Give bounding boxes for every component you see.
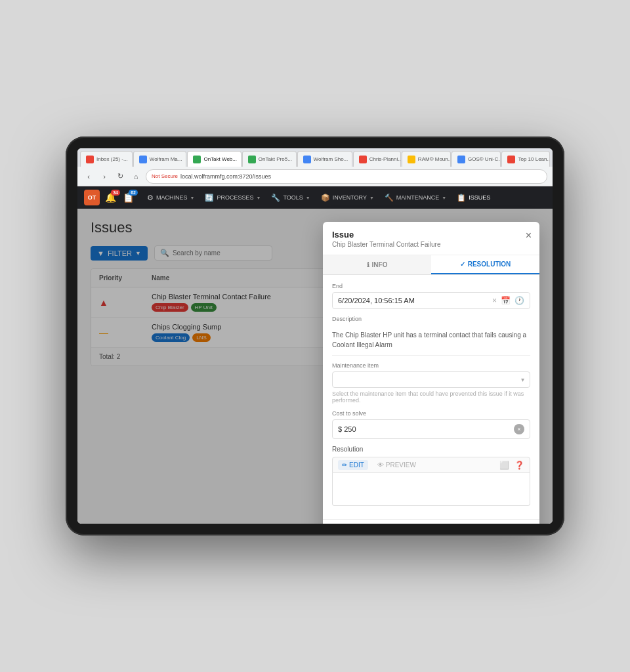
inventory-chevron: ▼ [369, 196, 374, 200]
tab-resolution[interactable]: ✓ RESOLUTION [431, 255, 539, 274]
nav-processes[interactable]: 🔄 PROCESSES ▼ [200, 186, 266, 209]
tab-label-wolfram: Wolfram Ma... [150, 156, 182, 162]
inventory-icon: 📦 [321, 194, 330, 202]
description-label: Description [332, 316, 530, 322]
res-format-icon[interactable]: ⬜ [499, 461, 509, 470]
address-bar[interactable]: Not Secure local.wolframmfg.com:8720/Iss… [146, 169, 547, 184]
modal-overlay: Issue Chip Blaster Terminal Contact Fail… [77, 209, 553, 524]
maintenance-chevron: ▼ [442, 196, 446, 200]
maintenance-label: MAINTENANCE [396, 194, 440, 201]
tools-icon: 🔧 [271, 194, 280, 202]
browser-tab-chris[interactable]: Chris-Planni... [353, 151, 401, 167]
tab-label-ontakt2: OnTakt Pro5... [259, 156, 292, 162]
tab-icon-ram [408, 156, 415, 163]
tab-resolution-label: RESOLUTION [468, 261, 511, 268]
browser-tab-wolfshop[interactable]: Wolfram Sho... × [297, 151, 352, 167]
nav-issues[interactable]: 📋 ISSUES [452, 186, 495, 209]
edit-tab-label: EDIT [349, 461, 364, 469]
forward-button[interactable]: › [98, 171, 110, 182]
tab-icon-gos [457, 156, 465, 163]
end-clear-icon[interactable]: × [492, 296, 497, 305]
tab-close-ontakt2[interactable]: × [296, 156, 297, 162]
end-input-row: 6/20/2024, 10:56:15 AM × 📅 🕐 [332, 292, 530, 309]
app-logo: OT [84, 190, 100, 205]
description-group: Description The Chip Blaster HP unit has… [332, 316, 530, 356]
cost-field[interactable]: $ 250 × [332, 419, 530, 439]
home-button[interactable]: ⌂ [130, 171, 142, 182]
maintenance-group: Maintenance item ▾ Select the maintenanc… [332, 362, 530, 404]
browser-tab-ontakt[interactable]: OnTakt Web... × [187, 151, 241, 167]
processes-chevron: ▼ [256, 196, 261, 200]
maintenance-label: Maintenance item [332, 362, 530, 369]
tab-close-wolfram[interactable]: × [186, 156, 186, 162]
tab-icon-wolfram [139, 156, 147, 163]
processes-icon: 🔄 [205, 194, 214, 202]
cost-clear-button[interactable]: × [514, 424, 524, 434]
modal-tabs: ℹ INFO ✓ RESOLUTION [323, 255, 539, 275]
task-count: 62 [129, 190, 138, 196]
browser-tab-ram[interactable]: RAM® Moun... [402, 151, 451, 167]
tab-info-label: INFO [372, 261, 388, 268]
maintenance-select[interactable]: ▾ [332, 371, 530, 388]
end-label: End [332, 283, 530, 289]
end-time-icon[interactable]: 🕐 [514, 296, 524, 305]
browser-tab-gos[interactable]: GOS® Uni-C... [452, 151, 501, 167]
maintenance-hint: Select the maintenance item that could h… [332, 390, 530, 404]
resolution-toolbar: ✏ EDIT 👁 PREVIEW ⬜ ❓ [332, 457, 530, 473]
nav-tools[interactable]: 🔧 TOOLS ▼ [266, 186, 315, 209]
browser-tab-gmail[interactable]: Inbox (25) -... × [80, 151, 133, 167]
modal-subtitle: Chip Blaster Terminal Contact Failure [332, 241, 530, 248]
tablet-screen: Inbox (25) -... × Wolfram Ma... × OnTakt… [77, 148, 553, 524]
cost-label: Cost to solve [332, 410, 530, 417]
app-nav: OT 🔔 34 📋 62 ⚙ MACHINES ▼ 🔄 [77, 186, 553, 209]
tab-icon-gmail [86, 156, 94, 163]
cost-value: $ 250 [338, 425, 356, 433]
browser-toolbar: ‹ › ↻ ⌂ Not Secure local.wolframmfg.com:… [77, 167, 553, 186]
issues-label: ISSUES [469, 194, 490, 201]
tab-close-gmail[interactable]: × [132, 156, 133, 162]
tab-label-wolfshop: Wolfram Sho... [314, 156, 348, 162]
preview-tab[interactable]: 👁 PREVIEW [373, 460, 420, 470]
reload-button[interactable]: ↻ [114, 171, 126, 182]
back-button[interactable]: ‹ [83, 171, 94, 182]
modal-close-button[interactable]: × [526, 230, 532, 242]
tab-icon-top10 [507, 156, 515, 163]
nav-inventory[interactable]: 📦 INVENTORY ▼ [316, 186, 379, 209]
tab-close-ontakt[interactable]: × [241, 156, 242, 162]
browser-tab-ontakt2[interactable]: OnTakt Pro5... × [242, 151, 297, 167]
modal-footer: CANCEL OK [323, 519, 539, 524]
res-help-icon[interactable]: ❓ [514, 461, 524, 470]
tab-label-ram: RAM® Moun... [418, 156, 451, 162]
info-icon: ℹ [367, 261, 369, 268]
tab-icon-wolfshop [303, 156, 311, 163]
resolution-editor[interactable] [332, 473, 530, 506]
end-calendar-icon[interactable]: 📅 [501, 296, 511, 305]
browser-tab-top10[interactable]: Top 10 Lean... [501, 151, 550, 167]
nav-machines[interactable]: ⚙ MACHINES ▼ [142, 186, 200, 209]
cost-group: Cost to solve $ 250 × [332, 410, 530, 439]
modal-header: Issue Chip Blaster Terminal Contact Fail… [323, 222, 539, 255]
tab-label-chris: Chris-Planni... [369, 156, 401, 162]
main-content: Issues ▼ FILTER ▼ 🔍 Priority Name Descr [77, 209, 553, 524]
not-secure-label: Not Secure [152, 173, 178, 179]
modal-title: Issue [332, 230, 530, 240]
nav-maintenance[interactable]: 🔨 MAINTENANCE ▼ [379, 186, 452, 209]
preview-tab-label: PREVIEW [386, 461, 416, 469]
edit-pencil-icon: ✏ [342, 461, 347, 469]
nav-badges: 🔔 34 📋 62 [105, 192, 134, 203]
tab-icon-ontakt [193, 156, 201, 163]
tab-label-gos: GOS® Uni-C... [468, 156, 501, 162]
task-badge[interactable]: 📋 62 [123, 192, 134, 203]
tools-chevron: ▼ [306, 196, 310, 200]
description-text: The Chip Blaster HP unit has a terminal … [332, 325, 530, 356]
tab-label-top10: Top 10 Lean... [518, 156, 550, 162]
issue-modal: Issue Chip Blaster Terminal Contact Fail… [323, 222, 539, 524]
edit-tab[interactable]: ✏ EDIT [338, 460, 368, 470]
notification-badge[interactable]: 🔔 34 [105, 192, 116, 203]
tab-icon-chris [359, 156, 367, 163]
notification-count: 34 [111, 190, 120, 196]
tools-label: TOOLS [283, 194, 303, 201]
resolution-check-icon: ✓ [460, 261, 465, 268]
tab-info[interactable]: ℹ INFO [323, 255, 431, 274]
browser-tab-wolfram[interactable]: Wolfram Ma... × [133, 151, 187, 167]
